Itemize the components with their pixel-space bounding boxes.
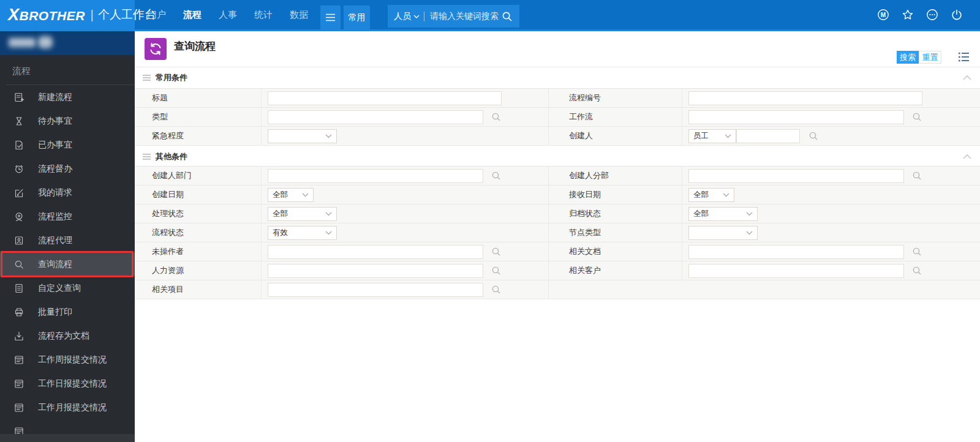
picker-search-icon[interactable] [912,247,922,257]
sidebar-item-my-requests[interactable]: 我的请求 [0,181,135,204]
picker-search-icon[interactable] [491,247,501,257]
sidebar-item-monthly-report[interactable]: 工作月报提交情况 [0,395,135,419]
search-input[interactable]: 请输入关键词搜索 [430,11,501,22]
workflow-sync-icon [145,38,167,60]
picker-search-icon[interactable] [809,131,818,141]
field-label: 人力资源 [135,261,262,280]
creator-department-input[interactable] [268,169,483,183]
human-resource-input[interactable] [268,264,483,278]
picker-search-icon[interactable] [912,171,922,181]
field-label: 相关项目 [135,280,262,299]
select-value: 全部 [273,190,288,200]
picker-search-icon[interactable] [491,285,501,294]
field-label: 归档状态 [549,204,682,223]
field-label: 创建人分部 [549,167,682,185]
field-label: 创建人 [549,127,682,145]
sidebar-item-label: 工作月报提交情况 [38,402,107,413]
not-operated-input[interactable] [268,245,483,259]
receive-date-select[interactable]: 全部 [688,188,734,202]
urgency-select[interactable] [268,129,337,143]
creator-category-select[interactable]: 员工 [688,129,736,143]
sidebar-item-weekly-report[interactable]: 工作周报提交情况 [0,348,135,372]
hourglass-icon [13,116,24,127]
reset-button[interactable]: 重置 [919,51,941,64]
top-menu-data[interactable]: 数据 [289,9,309,21]
creator-input[interactable] [736,129,800,143]
node-type-select[interactable] [688,226,758,240]
printer-icon [13,307,24,318]
form-row: 未操作者 相关文档 [135,242,980,261]
form-row: 处理状态 全部 归档状态 全部 [135,204,980,223]
power-icon[interactable] [951,9,963,21]
sidebar-item-query-workflow[interactable]: 查询流程 [0,252,135,276]
sidebar-item-label: 工作日报提交情况 [38,378,107,389]
sidebar-item-supervise[interactable]: 流程督办 [0,157,135,181]
user-band[interactable] [0,31,135,55]
sidebar-item-label: 流程督办 [38,163,72,174]
select-value: 员工 [693,131,709,141]
other-conditions-table: 创建人部门 创建人分部 创建日期 [135,166,980,299]
archive-status-select[interactable]: 全部 [688,207,758,221]
more-circle-icon[interactable] [926,9,938,21]
doc-plus-icon [13,92,24,103]
form-row: 流程状态 有效 节点类型 [135,223,980,242]
related-customer-input[interactable] [688,264,904,278]
header-actions: 搜索 重置 [897,51,941,64]
select-value: 全部 [693,209,709,219]
picker-search-icon[interactable] [491,266,501,275]
create-date-select[interactable]: 全部 [268,188,314,202]
sidebar-item-label: 自定义查询 [38,283,81,294]
field-label: 创建人部门 [135,167,262,185]
top-right-icons: M [877,0,963,29]
menu-panel-toggle[interactable] [320,6,341,29]
type-input[interactable] [268,110,483,124]
sidebar-item-save-as-doc[interactable]: 流程存为文档 [0,324,135,348]
sidebar-item-todo[interactable]: 待办事宜 [0,109,135,133]
sidebar-item-label: 查询流程 [38,259,72,270]
sidebar-item-custom-query[interactable]: 自定义查询 [0,276,135,300]
logo-divider: | [91,8,94,22]
chevron-up-icon[interactable] [962,154,972,160]
logo[interactable]: XBROTHER | 个人工作台 [0,0,135,29]
picker-search-icon[interactable] [491,171,501,181]
quick-tab-common[interactable]: 常用 [344,6,370,29]
section-lines-icon [143,75,151,81]
process-status-select[interactable]: 全部 [268,207,337,221]
monitor-icon [13,211,24,222]
related-project-input[interactable] [268,283,483,297]
chevron-up-icon[interactable] [962,75,972,81]
sidebar-item-delegate[interactable]: 流程代理 [0,228,135,252]
select-value: 全部 [273,209,288,219]
related-document-input[interactable] [688,245,904,259]
workflow-number-input[interactable] [688,91,922,105]
picker-search-icon[interactable] [912,266,922,275]
top-menu-stats[interactable]: 统计 [254,9,273,21]
creator-branch-input[interactable] [688,169,904,183]
list-view-icon[interactable] [957,50,971,64]
search-button[interactable]: 搜索 [897,51,919,64]
main-panel: 查询流程 搜索 重置 常用条件 标题 流程 [135,31,980,442]
workflow-status-select[interactable]: 有效 [268,226,337,240]
field-label: 处理状态 [135,204,262,223]
picker-search-icon[interactable] [912,112,922,122]
star-icon[interactable] [902,9,914,21]
workflow-input[interactable] [688,110,904,124]
m-circle-icon[interactable]: M [877,9,889,21]
global-search[interactable]: 人员 请输入关键词搜索 [388,5,519,28]
form-row: 类型 工作流 [135,108,980,127]
sidebar-item-monitor[interactable]: 流程监控 [0,204,135,228]
top-menu-portal[interactable]: 门户 [147,9,167,21]
field-label: 创建日期 [135,185,262,204]
picker-search-icon[interactable] [491,112,501,122]
search-category[interactable]: 人员 [394,11,411,22]
top-menu-workflow[interactable]: 流程 [183,9,202,21]
sidebar-item-label: 流程存为文档 [38,331,89,342]
sidebar-item-new-workflow[interactable]: 新建流程 [0,85,135,109]
sidebar-item-daily-report[interactable]: 工作日报提交情况 [0,372,135,395]
edit-icon [13,187,24,198]
top-menu-hr[interactable]: 人事 [218,9,238,21]
search-icon[interactable] [501,10,513,23]
title-input[interactable] [268,91,502,105]
sidebar-item-batch-print[interactable]: 批量打印 [0,300,135,324]
sidebar-item-done[interactable]: 已办事宜 [0,133,135,157]
